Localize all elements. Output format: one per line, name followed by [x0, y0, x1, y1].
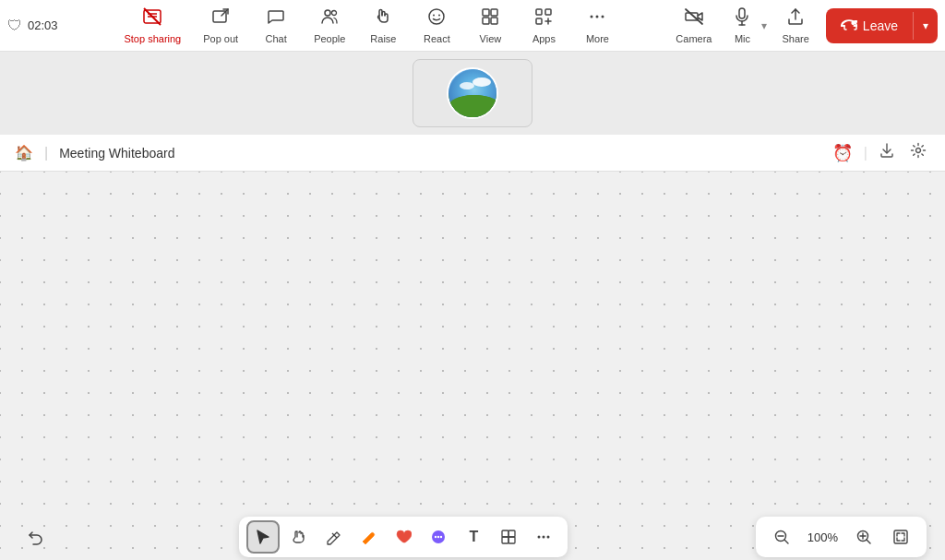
raise-icon — [373, 6, 393, 31]
dot-grid — [0, 172, 945, 560]
topbar-nav: Stop sharing Pop out Chat — [69, 1, 669, 50]
frames-button[interactable] — [492, 520, 525, 554]
canvas-body[interactable]: T — [0, 172, 945, 560]
apps-icon — [533, 6, 554, 31]
svg-point-6 — [325, 10, 330, 16]
zoom-out-button[interactable] — [765, 520, 798, 554]
more-tools-button[interactable] — [527, 520, 560, 554]
eraser-tool-button[interactable] — [317, 520, 350, 554]
svg-point-10 — [438, 15, 440, 17]
camera-off-icon — [684, 6, 704, 31]
timer-display: 02:03 — [28, 18, 58, 32]
svg-point-39 — [440, 536, 442, 538]
export-icon[interactable] — [875, 138, 899, 167]
raise-button[interactable]: Raise — [358, 1, 408, 50]
toolbar-center: T — [239, 517, 568, 557]
react-label: React — [424, 33, 450, 44]
pop-out-button[interactable]: Pop out — [194, 1, 247, 50]
raise-label: Raise — [370, 33, 396, 44]
svg-rect-42 — [502, 537, 508, 543]
leave-group: Leave ▾ — [826, 8, 938, 43]
toolbar-right: 100% — [756, 517, 927, 557]
stop-sharing-label: Stop sharing — [124, 33, 181, 44]
bubble-sticker-button[interactable] — [422, 520, 455, 554]
apps-button[interactable]: Apps — [519, 1, 568, 50]
svg-rect-17 — [536, 18, 542, 24]
people-button[interactable]: People — [305, 1, 354, 50]
topbar: 🛡 02:03 Stop sharing — [0, 0, 945, 52]
svg-point-46 — [547, 536, 550, 539]
leave-button[interactable]: Leave — [826, 8, 913, 43]
svg-point-30 — [460, 82, 474, 89]
preview-strip — [0, 52, 945, 135]
text-tool-label: T — [469, 529, 478, 545]
svg-line-53 — [867, 540, 870, 543]
react-button[interactable]: React — [412, 1, 461, 50]
zoom-in-button[interactable] — [847, 520, 880, 554]
share-icon — [785, 6, 806, 31]
chat-button[interactable]: Chat — [251, 1, 301, 50]
chat-label: Chat — [266, 33, 287, 44]
shield-icon: 🛡 — [7, 18, 22, 34]
hand-tool-button[interactable] — [281, 520, 315, 554]
svg-point-21 — [596, 16, 599, 18]
undo-button[interactable] — [18, 520, 52, 554]
chat-icon — [266, 6, 286, 31]
view-button[interactable]: View — [465, 1, 515, 50]
leave-chevron-icon[interactable]: ▾ — [913, 12, 938, 40]
pen-tool-button[interactable] — [352, 520, 385, 554]
pop-out-icon — [210, 6, 231, 31]
select-tool-button[interactable] — [246, 520, 280, 554]
camera-button[interactable]: Camera — [668, 1, 719, 50]
text-tool-button[interactable]: T — [457, 520, 490, 554]
svg-point-31 — [472, 77, 491, 87]
people-label: People — [314, 33, 345, 44]
svg-point-7 — [332, 11, 337, 16]
apps-label: Apps — [532, 33, 556, 44]
svg-rect-11 — [483, 9, 489, 16]
stop-sharing-icon — [142, 6, 162, 31]
header-divider: | — [864, 145, 867, 161]
breadcrumb-divider: | — [44, 145, 48, 161]
main-content: 🏠 | Meeting Whiteboard ⏰ | — [0, 52, 945, 560]
react-icon — [426, 6, 447, 31]
svg-point-34 — [916, 149, 921, 153]
home-icon[interactable]: 🏠 — [15, 144, 33, 161]
svg-rect-54 — [894, 530, 907, 543]
share-button[interactable]: Share — [774, 1, 816, 50]
svg-rect-16 — [545, 9, 551, 15]
zoom-level-display: 100% — [802, 530, 843, 544]
whiteboard-header: 🏠 | Meeting Whiteboard ⏰ | — [0, 135, 945, 172]
mic-button[interactable]: Mic — [724, 1, 760, 50]
settings-icon[interactable] — [906, 138, 930, 167]
people-icon — [319, 6, 340, 31]
mic-chevron-icon[interactable]: ▾ — [760, 18, 769, 34]
more-button[interactable]: More — [572, 1, 622, 50]
view-label: View — [480, 33, 502, 44]
svg-point-9 — [433, 15, 435, 17]
mic-group: Mic ▾ — [724, 1, 769, 50]
more-icon — [587, 6, 607, 31]
heart-sticker-button[interactable] — [387, 520, 420, 554]
svg-point-45 — [543, 536, 545, 539]
whiteboard-container: 🏠 | Meeting Whiteboard ⏰ | — [0, 135, 945, 560]
pop-out-label: Pop out — [203, 33, 238, 44]
video-thumbnail — [413, 59, 532, 127]
svg-point-8 — [429, 9, 444, 24]
svg-point-22 — [602, 16, 604, 18]
svg-point-38 — [437, 536, 439, 538]
timer-icon[interactable]: ⏰ — [829, 139, 856, 167]
leave-label: Leave — [863, 18, 898, 33]
svg-point-37 — [435, 536, 437, 538]
svg-line-5 — [221, 9, 228, 16]
stop-sharing-button[interactable]: Stop sharing — [114, 1, 190, 50]
svg-point-20 — [591, 16, 593, 18]
fit-screen-button[interactable] — [884, 520, 917, 554]
svg-rect-24 — [739, 8, 745, 18]
svg-point-44 — [538, 536, 541, 539]
svg-rect-12 — [491, 9, 497, 16]
svg-line-49 — [784, 540, 788, 543]
mic-icon — [732, 6, 752, 31]
leave-phone-icon — [841, 16, 857, 36]
topbar-right: Camera Mic ▾ — [668, 1, 938, 50]
